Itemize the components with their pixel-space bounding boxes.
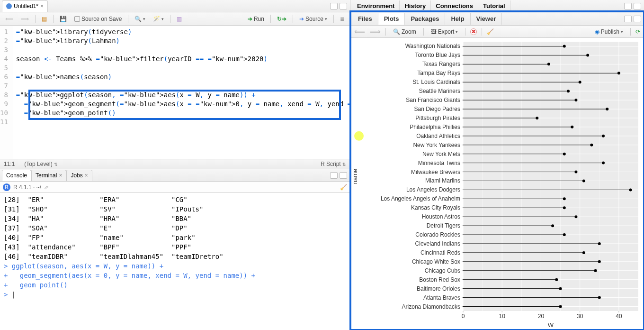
tab-connections[interactable]: Connections [431,0,478,11]
r-logo-icon: R [3,183,10,191]
svg-point-137 [598,260,601,263]
run-button[interactable]: ➔Run [245,15,267,23]
tab-jobs[interactable]: Jobs × [66,170,92,181]
plot-tab-row: Files Plots Packages Help Viewer [350,12,644,26]
svg-text:Boston Red Sox: Boston Red Sox [419,276,460,283]
minimize-pane-icon[interactable] [330,3,338,9]
svg-text:20: 20 [538,313,545,320]
svg-text:Chicago Cubs: Chicago Cubs [425,267,460,274]
svg-text:Milwaukee Brewers: Milwaukee Brewers [411,169,460,175]
source-on-save-toggle[interactable]: Source on Save [72,15,124,23]
svg-text:Arizona Diamondbacks: Arizona Diamondbacks [402,303,460,310]
svg-point-125 [563,233,566,236]
minimize-pane-icon[interactable] [624,16,632,22]
source-toolbar: ⟸ ⟹ ▤ 💾 Source on Save 🔍▾ 🪄▾ ▥ ➔Run ↻➔ ➔… [0,12,350,26]
show-in-files-icon[interactable]: ▤ [39,15,49,23]
svg-point-61 [567,90,570,92]
tab-console[interactable]: Console [2,170,31,181]
tab-tutorial[interactable]: Tutorial [478,0,510,11]
svg-point-85 [590,144,593,147]
scope-selector[interactable]: (Top Level) [24,161,52,167]
tab-help[interactable]: Help [445,13,470,25]
remove-plot-icon[interactable]: ✖ [470,28,477,35]
svg-text:Colorado Rockies: Colorado Rockies [415,231,460,238]
tab-history[interactable]: History [400,0,431,11]
export-button[interactable]: 🖼 Export ▾ [429,28,461,36]
tab-plots[interactable]: Plots [378,13,405,25]
tab-viewer[interactable]: Viewer [471,13,502,25]
tab-files[interactable]: Files [352,13,378,25]
tab-environment[interactable]: Environment [352,0,400,11]
svg-point-157 [559,305,562,308]
svg-text:Philadelphia Phillies: Philadelphia Phillies [410,124,460,130]
console-header: R R 4.1.1 · ~/ ⇗ 🧹 [0,182,350,193]
maximize-pane-icon[interactable] [634,16,641,22]
maximize-pane-icon[interactable] [340,3,347,9]
minimize-pane-icon[interactable] [624,3,632,9]
clear-console-icon[interactable]: 🧹 [340,184,347,191]
r-file-icon [6,3,12,9]
svg-point-89 [563,153,566,156]
svg-point-149 [559,287,562,290]
source-statusbar: 11:1 (Top Level) ⇅ R Script ⇅ [0,159,350,169]
svg-text:10: 10 [499,313,506,320]
console-output[interactable]: [28] "ER" "ERA" "CG" [31] "SHO" "SV" "IP… [0,193,350,330]
close-icon[interactable]: × [85,172,88,179]
svg-point-105 [629,188,632,191]
outline-icon[interactable]: ≣ [338,15,347,23]
popout-icon[interactable]: ⇗ [44,184,49,191]
zoom-button[interactable]: 🔍 Zoom [391,28,419,36]
svg-text:30: 30 [577,313,583,320]
svg-text:Los Angeles Angels of Anaheim: Los Angeles Angels of Anaheim [381,195,460,202]
svg-point-133 [582,251,585,254]
plot-prev-icon[interactable]: ⟸ [354,27,365,36]
code-editor[interactable]: 1234567891011 ="kw-blue">library(tidyver… [0,26,350,159]
svg-text:Los Angeles Dodgers: Los Angeles Dodgers [406,186,460,193]
tab-terminal[interactable]: Terminal × [31,170,66,181]
clear-plots-icon[interactable]: 🧹 [487,28,494,35]
svg-point-97 [574,171,577,174]
source-button[interactable]: ➔Source ▾ [297,15,330,23]
cursor-position: 11:1 [4,161,15,167]
svg-point-93 [602,162,605,165]
svg-text:New York Yankees: New York Yankees [413,142,460,148]
svg-text:Kansas City Royals: Kansas City Royals [411,204,460,211]
console-tab-row: Console Terminal × Jobs × [0,169,350,182]
forward-icon[interactable]: ⟹ [18,15,31,23]
plot-area: Washington NationalsToronto Blue JaysTex… [350,38,644,330]
svg-point-141 [594,269,597,272]
maximize-pane-icon[interactable] [634,3,641,9]
svg-text:Atlanta Braves: Atlanta Braves [423,294,460,301]
close-icon[interactable]: × [59,172,62,179]
tab-packages[interactable]: Packages [405,13,445,25]
svg-point-53 [617,72,620,74]
plot-next-icon[interactable]: ⟹ [370,27,381,36]
svg-text:Tampa Bay Rays: Tampa Bay Rays [417,70,460,76]
source-file-tab[interactable]: Untitled1* × [2,0,48,12]
minimize-pane-icon[interactable] [330,172,338,179]
notebook-icon[interactable]: ▥ [174,15,184,23]
svg-point-121 [551,224,554,227]
checkbox-icon [74,16,80,22]
svg-text:0: 0 [462,313,465,320]
find-icon[interactable]: 🔍▾ [132,15,148,23]
save-icon[interactable]: 💾 [57,15,69,23]
svg-point-81 [602,135,605,138]
close-tab-icon[interactable]: × [40,3,44,9]
svg-point-41 [563,45,566,47]
plot-toolbar: ⟸ ⟹ 🔍 Zoom 🖼 Export ▾ ✖ 🧹 ◉ Publish ▾ ⟳ [350,26,644,38]
svg-text:Seattle Mariners: Seattle Mariners [419,88,460,94]
wand-icon[interactable]: 🪄▾ [151,15,166,23]
svg-point-129 [598,242,601,245]
maximize-pane-icon[interactable] [340,172,347,179]
svg-text:San Diego Padres: San Diego Padres [414,106,460,112]
svg-text:Pittsburgh Pirates: Pittsburgh Pirates [415,115,460,121]
back-icon[interactable]: ⟸ [3,15,16,23]
svg-point-49 [547,63,550,65]
rerun-button[interactable]: ↻➔ [275,15,289,23]
svg-text:Toronto Blue Jays: Toronto Blue Jays [415,52,460,58]
publish-button[interactable]: ◉ Publish ▾ [592,28,626,36]
refresh-plot-icon[interactable]: ⟳ [635,28,640,35]
svg-text:Cleveland Indians: Cleveland Indians [415,240,460,247]
svg-point-153 [598,296,601,299]
